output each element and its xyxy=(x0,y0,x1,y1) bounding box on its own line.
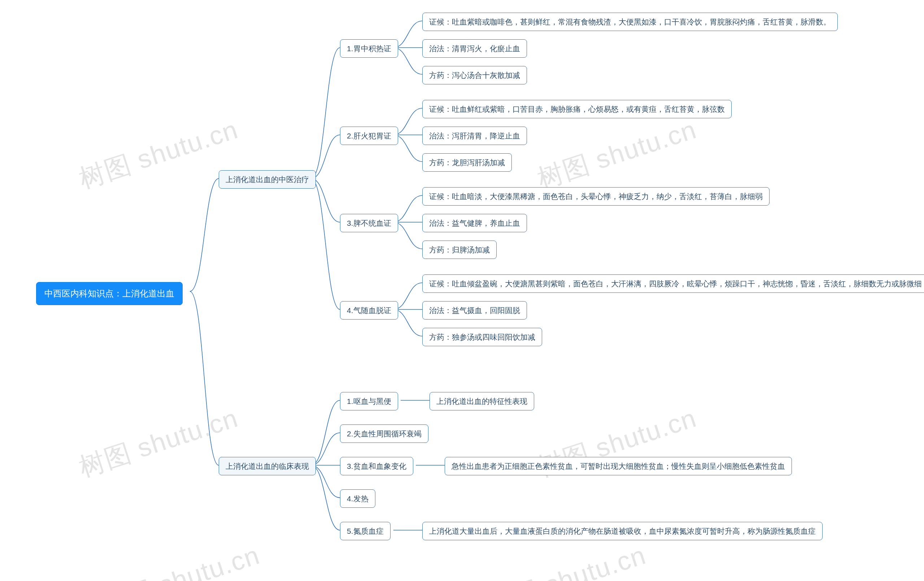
branch-clinical-manifestation[interactable]: 上消化道出血的临床表现 xyxy=(219,457,316,475)
node-b1c1[interactable]: 1.胃中积热证 xyxy=(340,40,398,58)
node-b2c1[interactable]: 1.呕血与黑便 xyxy=(340,392,398,410)
node-b2c1d1[interactable]: 上消化道出血的特征性表现 xyxy=(429,392,534,410)
node-b2c5[interactable]: 5.氮质血症 xyxy=(340,522,391,540)
node-b1c1d1[interactable]: 证候：吐血紫暗或咖啡色，甚则鲜红，常混有食物残渣，大便黑如漆，口干喜冷饮，胃脘胀… xyxy=(422,13,838,31)
node-b1c4d2[interactable]: 治法：益气摄血，回阳固脱 xyxy=(422,301,527,319)
node-b1c3d2[interactable]: 治法：益气健脾，养血止血 xyxy=(422,214,527,232)
node-b2c3[interactable]: 3.贫血和血象变化 xyxy=(340,457,413,475)
root-node[interactable]: 中西医内科知识点：上消化道出血 xyxy=(36,282,183,305)
node-b2c4[interactable]: 4.发热 xyxy=(340,489,375,508)
watermark: 树图 shutu.cn xyxy=(482,538,650,581)
branch-tcm-treatment[interactable]: 上消化道出血的中医治疗 xyxy=(219,170,316,189)
node-b1c2d1[interactable]: 证候：吐血鲜红或紫暗，口苦目赤，胸胁胀痛，心烦易怒，或有黄疸，舌红苔黄，脉弦数 xyxy=(422,100,732,118)
node-b1c4d1[interactable]: 证候：吐血倾盆盈碗，大便溏黑甚则紫暗，面色苍白，大汗淋漓，四肢厥冷，眩晕心悸，烦… xyxy=(422,275,924,293)
mindmap-canvas: 树图 shutu.cn 树图 shutu.cn 树图 shutu.cn 树图 s… xyxy=(0,0,924,581)
watermark: 树图 shutu.cn xyxy=(74,112,242,197)
node-b2c2[interactable]: 2.失血性周围循环衰竭 xyxy=(340,425,429,443)
watermark: 树图 shutu.cn xyxy=(533,112,701,197)
node-b1c2d3[interactable]: 方药：龙胆泻肝汤加减 xyxy=(422,153,512,172)
node-b1c4[interactable]: 4.气随血脱证 xyxy=(340,301,398,319)
node-b1c3[interactable]: 3.脾不统血证 xyxy=(340,214,398,232)
node-b1c4d3[interactable]: 方药：独参汤或四味回阳饮加减 xyxy=(422,328,542,346)
node-b2c5d1[interactable]: 上消化道大量出血后，大量血液蛋白质的消化产物在肠道被吸收，血中尿素氮浓度可暂时升… xyxy=(422,522,823,540)
node-b1c2d2[interactable]: 治法：泻肝清胃，降逆止血 xyxy=(422,127,527,145)
watermark: 树图 shutu.cn xyxy=(74,401,242,485)
node-b1c2[interactable]: 2.肝火犯胃证 xyxy=(340,127,398,145)
node-b2c3d1[interactable]: 急性出血患者为正细胞正色素性贫血，可暂时出现大细胞性贫血；慢性失血则呈小细胞低色… xyxy=(445,457,792,475)
watermark: 树图 shutu.cn xyxy=(96,538,264,581)
node-b1c3d1[interactable]: 证候：吐血暗淡，大便漆黑稀溏，面色苍白，头晕心悸，神疲乏力，纳少，舌淡红，苔薄白… xyxy=(422,187,769,206)
node-b1c1d2[interactable]: 治法：清胃泻火，化瘀止血 xyxy=(422,40,527,58)
node-b1c3d3[interactable]: 方药：归脾汤加减 xyxy=(422,240,497,259)
node-b1c1d3[interactable]: 方药：泻心汤合十灰散加减 xyxy=(422,66,527,84)
